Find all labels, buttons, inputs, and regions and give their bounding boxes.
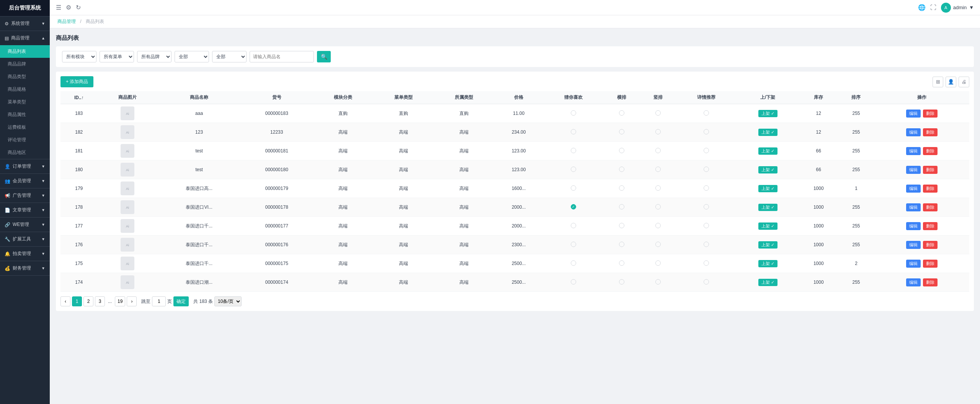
- sidebar-item-system[interactable]: ⚙ 系统管理 ▼: [0, 16, 50, 31]
- cell-detail[interactable]: [676, 123, 737, 142]
- delete-button[interactable]: 删除: [923, 128, 938, 136]
- cell-detail[interactable]: [676, 254, 737, 273]
- detail-toggle[interactable]: [704, 279, 709, 285]
- cell-status[interactable]: 上架 ✓: [737, 254, 799, 273]
- status-badge[interactable]: 上架 ✓: [758, 279, 777, 286]
- goto-page-input[interactable]: [152, 296, 166, 306]
- sidebar-item-order[interactable]: 👤 订单管理 ▼: [0, 159, 50, 173]
- like-unchecked-icon[interactable]: [571, 260, 576, 266]
- sidebar-item-product-region[interactable]: 商品地区: [0, 146, 50, 159]
- status-badge[interactable]: 上架 ✓: [758, 147, 777, 155]
- detail-toggle[interactable]: [704, 110, 709, 116]
- cell-like[interactable]: [543, 273, 604, 292]
- cell-like[interactable]: [543, 217, 604, 236]
- sidebar-item-article[interactable]: 📄 文章管理 ▼: [0, 203, 50, 217]
- filter-menu[interactable]: 所有菜单: [100, 51, 134, 62]
- cell-vertical[interactable]: [640, 123, 676, 142]
- vertical-toggle[interactable]: [655, 260, 661, 266]
- filter-brand[interactable]: 所有品牌: [137, 51, 172, 62]
- edit-button[interactable]: 编辑: [906, 241, 921, 249]
- cell-detail[interactable]: [676, 273, 737, 292]
- cell-like[interactable]: [543, 179, 604, 198]
- sidebar-item-auction[interactable]: 🔔 拍卖管理 ▼: [0, 247, 50, 261]
- vertical-toggle[interactable]: [655, 110, 661, 116]
- cell-horizontal[interactable]: [604, 217, 640, 236]
- page-1-button[interactable]: 1: [72, 296, 82, 306]
- menu-icon[interactable]: ☰: [56, 4, 61, 11]
- page-19-button[interactable]: 19: [115, 296, 125, 306]
- horizontal-toggle[interactable]: [619, 279, 624, 285]
- like-checked-icon[interactable]: [571, 204, 576, 209]
- horizontal-toggle[interactable]: [619, 260, 624, 266]
- like-unchecked-icon[interactable]: [571, 167, 576, 172]
- cell-like[interactable]: [543, 160, 604, 179]
- cell-like[interactable]: [543, 236, 604, 254]
- status-badge[interactable]: 上架 ✓: [758, 166, 777, 173]
- cell-status[interactable]: 上架 ✓: [737, 104, 799, 123]
- cell-vertical[interactable]: [640, 142, 676, 160]
- cell-horizontal[interactable]: [604, 198, 640, 217]
- filter-cat1[interactable]: 全部: [175, 51, 209, 62]
- like-unchecked-icon[interactable]: [571, 110, 576, 116]
- export-button[interactable]: 👤: [946, 77, 956, 87]
- cell-status[interactable]: 上架 ✓: [737, 198, 799, 217]
- horizontal-toggle[interactable]: [619, 167, 624, 172]
- detail-toggle[interactable]: [704, 129, 709, 134]
- detail-toggle[interactable]: [704, 260, 709, 266]
- vertical-toggle[interactable]: [655, 223, 661, 228]
- cell-status[interactable]: 上架 ✓: [737, 236, 799, 254]
- search-button[interactable]: 🔍: [317, 51, 331, 62]
- cell-vertical[interactable]: [640, 236, 676, 254]
- vertical-toggle[interactable]: [655, 185, 661, 191]
- delete-button[interactable]: 删除: [923, 222, 938, 230]
- add-product-button[interactable]: + 添加商品: [60, 76, 93, 87]
- cell-detail[interactable]: [676, 160, 737, 179]
- cell-detail[interactable]: [676, 179, 737, 198]
- sidebar-item-we[interactable]: 🔗 WE管理 ▼: [0, 218, 50, 232]
- language-icon[interactable]: 🌐: [918, 4, 926, 11]
- vertical-toggle[interactable]: [655, 204, 661, 209]
- cell-like[interactable]: [543, 123, 604, 142]
- horizontal-toggle[interactable]: [619, 148, 624, 153]
- sidebar-item-product[interactable]: ▤ 商品管理 ▲: [0, 31, 50, 45]
- cell-horizontal[interactable]: [604, 236, 640, 254]
- status-badge[interactable]: 上架 ✓: [758, 185, 777, 192]
- horizontal-toggle[interactable]: [619, 204, 624, 209]
- cell-like[interactable]: [543, 254, 604, 273]
- user-info[interactable]: A admin ▼: [941, 3, 974, 13]
- status-badge[interactable]: 上架 ✓: [758, 204, 777, 211]
- cell-status[interactable]: 上架 ✓: [737, 273, 799, 292]
- refresh-icon[interactable]: ↻: [76, 4, 81, 11]
- like-unchecked-icon[interactable]: [571, 223, 576, 228]
- status-badge[interactable]: 上架 ✓: [758, 241, 777, 249]
- cell-status[interactable]: 上架 ✓: [737, 142, 799, 160]
- cell-horizontal[interactable]: [604, 142, 640, 160]
- cell-like[interactable]: [543, 198, 604, 217]
- next-page-button[interactable]: ›: [127, 296, 137, 306]
- page-3-button[interactable]: 3: [95, 296, 105, 306]
- sidebar-item-product-spec[interactable]: 商品规格: [0, 83, 50, 96]
- prev-page-button[interactable]: ‹: [60, 296, 70, 306]
- sidebar-item-menu-type[interactable]: 菜单类型: [0, 96, 50, 108]
- cell-vertical[interactable]: [640, 104, 676, 123]
- delete-button[interactable]: 删除: [923, 110, 938, 118]
- sidebar-item-finance[interactable]: 💰 财务管理 ▼: [0, 261, 50, 275]
- search-input[interactable]: [250, 51, 314, 62]
- edit-button[interactable]: 编辑: [906, 128, 921, 136]
- filter-module[interactable]: 所有模块: [62, 51, 96, 62]
- cell-horizontal[interactable]: [604, 254, 640, 273]
- cell-vertical[interactable]: [640, 160, 676, 179]
- print-button[interactable]: 🖨: [959, 77, 969, 87]
- sidebar-item-product-list[interactable]: 商品列表: [0, 45, 50, 58]
- cell-vertical[interactable]: [640, 179, 676, 198]
- detail-toggle[interactable]: [704, 185, 709, 191]
- cell-status[interactable]: 上架 ✓: [737, 123, 799, 142]
- settings-icon[interactable]: ⚙: [66, 4, 71, 11]
- status-badge[interactable]: 上架 ✓: [758, 260, 777, 267]
- per-page-select[interactable]: 10条/页: [214, 296, 242, 306]
- cell-vertical[interactable]: [640, 254, 676, 273]
- detail-toggle[interactable]: [704, 223, 709, 228]
- sidebar-item-product-type[interactable]: 商品类型: [0, 70, 50, 83]
- sidebar-item-product-brand[interactable]: 商品品牌: [0, 58, 50, 70]
- vertical-toggle[interactable]: [655, 242, 661, 247]
